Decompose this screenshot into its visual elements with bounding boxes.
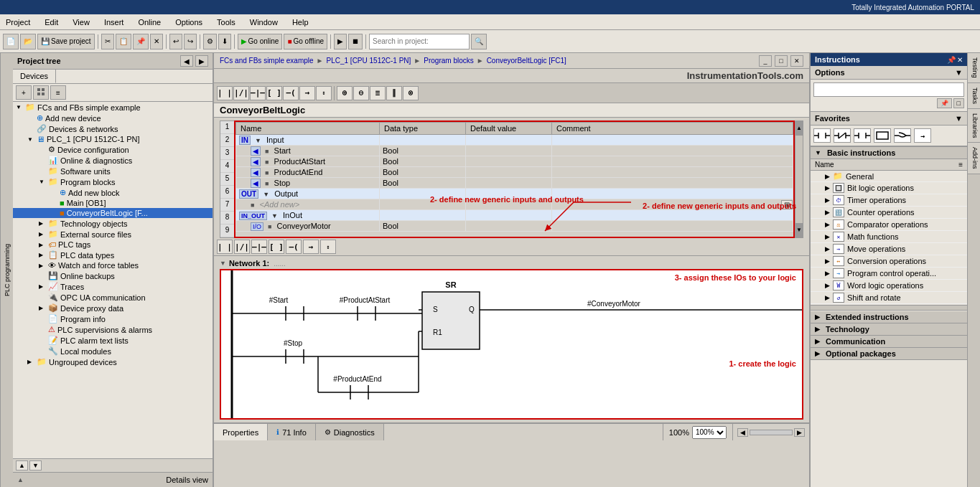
tree-traces[interactable]: ▶ 📈 Traces — [13, 281, 213, 292]
net-tool-6[interactable]: → — [303, 240, 319, 254]
tab-diagnostics[interactable]: ⚙ Diagnostics — [316, 424, 384, 440]
tree-main-ob1[interactable]: ■ Main [OB1] — [13, 198, 213, 208]
lad-btn-12[interactable]: ⊗ — [403, 86, 419, 100]
instr-expand-timer[interactable]: ▶ — [825, 197, 830, 204]
tree-add-device[interactable]: ⊕ Add new device — [13, 113, 213, 123]
tree-program-blocks[interactable]: ▼ 📁 Program blocks — [13, 176, 213, 187]
instr-counter[interactable]: ▶ 🔢 Counter operations — [811, 207, 967, 219]
zoom-control[interactable]: 100% 100% 75% 150% — [663, 424, 732, 440]
tree-root[interactable]: ▼ 📁 FCs and FBs simple example — [13, 102, 213, 113]
sidebar-collapse-btn[interactable]: ◀ — [180, 55, 193, 67]
table-row[interactable]: ◀ ■ Start Bool — [236, 146, 793, 156]
breadcrumb-0[interactable]: FCs and FBs simple example — [220, 57, 314, 65]
instr-comparator[interactable]: ▶ ⚖ Comparator operations — [811, 219, 967, 231]
menu-edit[interactable]: Edit — [42, 16, 61, 28]
expand-prog-blocks[interactable]: ▼ — [39, 179, 46, 185]
instr-scrollbar[interactable] — [811, 305, 967, 311]
technology-header[interactable]: ▶ Technology — [811, 323, 967, 336]
tree-program-info[interactable]: 📄 Program info — [13, 313, 213, 324]
fav-no-contact[interactable] — [813, 128, 831, 143]
net-tool-7[interactable]: ↕ — [320, 240, 336, 254]
tree-plc-tags[interactable]: ▶ 🏷 PLC tags — [13, 240, 213, 250]
instr-expand-bit[interactable]: ▶ — [825, 184, 830, 192]
open-button[interactable]: 📂 — [20, 34, 36, 49]
optional-packages-header[interactable]: ▶ Optional packages — [811, 348, 967, 360]
sidebar-details-view[interactable]: ▲ Details view — [13, 472, 213, 487]
instr-general[interactable]: ▶ 📁 General — [811, 171, 967, 182]
save-button[interactable]: 💾 Save project — [37, 34, 95, 49]
net-tool-4[interactable]: [ ] — [269, 240, 284, 254]
panel-close-btn[interactable]: ✕ — [957, 55, 963, 64]
paste-button[interactable]: 📌 — [133, 34, 149, 49]
redo-button[interactable]: ↪ — [184, 34, 197, 49]
search-button[interactable]: 🔍 — [471, 34, 487, 49]
tree-devices-networks[interactable]: 🔗 Devices & networks — [13, 123, 213, 134]
options-pin-btn[interactable]: 📌 — [937, 98, 952, 108]
sidebar-list-btn[interactable]: ≡ — [50, 85, 66, 100]
horiz-scroll-left[interactable]: ◀ — [737, 428, 748, 437]
lad-btn-10[interactable]: ≡ — [370, 86, 386, 100]
instr-word-logic[interactable]: ▶ W Word logic operations — [811, 280, 967, 292]
expand-root[interactable]: ▼ — [16, 104, 23, 110]
search-input[interactable] — [369, 34, 470, 49]
expand-plc1[interactable]: ▼ — [27, 136, 34, 143]
lad-btn-7[interactable]: ↕ — [316, 86, 332, 100]
instr-expand-shift[interactable]: ▶ — [825, 294, 830, 301]
tab-testing[interactable]: Testing — [968, 53, 980, 83]
tab-properties[interactable]: Properties — [214, 424, 268, 440]
instr-expand-general[interactable]: ▶ — [825, 173, 830, 180]
net-tool-1[interactable]: | | — [217, 240, 233, 254]
lad-btn-3[interactable]: —|— — [250, 86, 266, 100]
compile-button[interactable]: ⚙ — [203, 34, 217, 49]
extended-instructions-header[interactable]: ▶ Extended instructions — [811, 311, 967, 323]
go-online-button[interactable]: ▶ Go online — [238, 34, 283, 49]
expand-ungrouped[interactable]: ▶ — [27, 359, 34, 365]
tree-opc-ua[interactable]: 🔌 OPC UA communication — [13, 292, 213, 303]
sidebar-add-btn[interactable]: + — [16, 85, 32, 100]
tree-conveyor[interactable]: ■ ConveyorBeltLogic [F... — [13, 208, 213, 218]
scroll-down[interactable]: ▼ — [795, 223, 803, 237]
tree-plc1[interactable]: ▼ 🖥 PLC_1 [CPU 1512C-1 PN] — [13, 134, 213, 144]
lad-btn-2[interactable]: |/| — [233, 86, 249, 100]
horiz-scrollbar[interactable] — [750, 430, 793, 435]
menu-view[interactable]: View — [70, 16, 93, 28]
close-editor-btn[interactable]: ✕ — [790, 55, 803, 67]
menu-help[interactable]: Help — [289, 16, 312, 28]
panel-pin-btn[interactable]: 📌 — [947, 55, 956, 64]
tree-watch-force[interactable]: ▶ 👁 Watch and force tables — [13, 260, 213, 270]
tab-libraries[interactable]: Libraries — [968, 109, 980, 143]
copy-button[interactable]: 📋 — [116, 34, 131, 49]
tree-ext-source[interactable]: ▶ 📁 External source files — [13, 229, 213, 240]
scroll-up-btn[interactable]: ▲ — [16, 460, 28, 471]
options-search-input[interactable] — [813, 82, 964, 97]
tree-plc-text[interactable]: 📝 PLC alarm text lists — [13, 335, 213, 346]
table-row[interactable]: ◀ ■ ProductAtEnd Bool — [236, 167, 793, 178]
menu-online[interactable]: Online — [135, 16, 164, 28]
menu-project[interactable]: Project — [3, 16, 33, 28]
scroll-up[interactable]: ▲ — [795, 121, 803, 136]
tree-device-config[interactable]: ⚙ Device configuration — [13, 144, 213, 155]
lad-btn-8[interactable]: ⊕ — [337, 86, 353, 100]
undo-button[interactable]: ↩ — [169, 34, 182, 49]
go-offline-button[interactable]: ■ Go offline — [284, 34, 327, 49]
table-row[interactable]: ◀ ■ ProductAtStart Bool — [236, 156, 793, 167]
instr-expand-math[interactable]: ▶ — [825, 233, 830, 240]
instr-move[interactable]: ▶ → Move operations — [811, 243, 967, 255]
instr-expand-prog[interactable]: ▶ — [825, 270, 830, 277]
tree-online-diag[interactable]: 📊 Online & diagnostics — [13, 155, 213, 166]
tree-online-backups[interactable]: 💾 Online backups — [13, 270, 213, 281]
table-row[interactable]: ◀ ■ Stop Bool — [236, 178, 793, 189]
net-tool-2[interactable]: |/| — [234, 240, 250, 254]
table-scrollbar[interactable]: ▲ ▼ — [795, 120, 803, 238]
cut-button[interactable]: ✂ — [101, 34, 114, 49]
lad-btn-11[interactable]: ∥ — [386, 86, 402, 100]
fav-contact-3[interactable] — [854, 128, 871, 143]
minimize-editor-btn[interactable]: _ — [759, 55, 772, 67]
instr-shift-rotate[interactable]: ▶ ↺ Shift and rotate — [811, 292, 967, 304]
instr-timer[interactable]: ▶ ⏱ Timer operations — [811, 194, 967, 207]
restore-editor-btn[interactable]: □ — [775, 55, 788, 67]
options-expand-btn[interactable]: □ — [953, 98, 964, 108]
breadcrumb-2[interactable]: Program blocks — [424, 57, 473, 65]
stop-sim-button[interactable]: ⏹ — [348, 34, 363, 49]
tree-device-proxy[interactable]: ▶ 📦 Device proxy data — [13, 303, 213, 313]
